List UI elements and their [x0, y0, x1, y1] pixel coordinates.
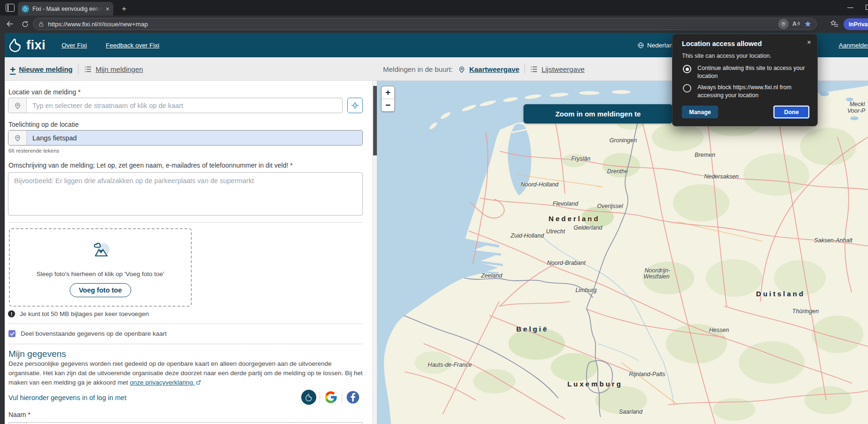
- inprivate-badge: InPrivate: [844, 18, 868, 30]
- radio-unselected-icon[interactable]: [683, 84, 691, 93]
- form-scrollbar[interactable]: [372, 81, 377, 424]
- divider: [78, 64, 78, 74]
- map-label: Luxemburg: [567, 380, 623, 388]
- form-scrollbar-thumb[interactable]: [373, 86, 377, 155]
- my-data-paragraph: Deze persoonlijke gegevens worden niet g…: [8, 359, 363, 387]
- info-icon: !: [8, 310, 15, 317]
- pin-icon: [8, 131, 27, 145]
- location-input[interactable]: [27, 98, 342, 113]
- window-minimize-button[interactable]: —: [847, 6, 853, 9]
- map-label: Noord-Holland: [521, 181, 559, 188]
- zoom-out-button[interactable]: −: [382, 99, 394, 111]
- tab-new-report[interactable]: + Nieuwe melding: [10, 64, 72, 74]
- tab-close-icon[interactable]: ×: [106, 6, 109, 12]
- name-input-wrap: [8, 422, 363, 424]
- refresh-button[interactable]: [20, 19, 30, 29]
- map-label: Saarland: [619, 409, 642, 415]
- map-label: Bremen: [695, 152, 715, 158]
- fixi-favicon-icon: [22, 5, 29, 13]
- map-label: Voor-P: [847, 108, 865, 114]
- tab-actions-icon[interactable]: [6, 4, 15, 12]
- description-label: Omschrijving van de melding; Let op, zet…: [8, 162, 293, 169]
- divider: [8, 222, 363, 223]
- location-note-input[interactable]: [27, 131, 362, 145]
- tab-my-reports[interactable]: Mijn meldingen: [84, 65, 143, 73]
- map-label: Gelderland: [573, 224, 602, 231]
- share-on-map-row: Deel bovenstaande gegevens op de openbar…: [8, 330, 167, 337]
- map-label: Saksen-Anhalt: [814, 237, 852, 244]
- upload-limit-row: ! Je kunt tot 50 MB bijlages per keer to…: [8, 310, 149, 317]
- share-checkbox[interactable]: [8, 330, 16, 337]
- url-text[interactable]: https://www.fixi.nl/#/issue/new+map: [48, 21, 774, 28]
- map-view-toggle[interactable]: Kaartweergave: [458, 65, 519, 73]
- facebook-login-icon[interactable]: [345, 390, 360, 405]
- map-graphic: [377, 81, 868, 424]
- map-label: Nederland: [548, 215, 600, 223]
- nearby-reports-label: Meldingen in de buurt:: [383, 65, 453, 73]
- map-label: Meckl: [850, 101, 865, 108]
- map-label: Hessen: [709, 327, 729, 333]
- nav-over-fixi[interactable]: Over Fixi: [62, 42, 87, 49]
- map-label: Thüringen: [792, 308, 819, 315]
- list-icon: [84, 65, 92, 73]
- new-tab-button[interactable]: +: [118, 3, 130, 15]
- block-option-label[interactable]: Always block https://www.fixi.nl from ac…: [697, 84, 813, 100]
- nav-feedback[interactable]: Feedback over Fixi: [106, 42, 159, 49]
- zoom-in-banner[interactable]: Zoom in om meldingen te: [524, 104, 673, 123]
- location-permission-icon[interactable]: [778, 19, 789, 29]
- location-input-wrap: [8, 98, 343, 113]
- favorites-list-icon[interactable]: [830, 20, 839, 28]
- privacy-link[interactable]: onze privacyverklaring.: [130, 379, 195, 386]
- map-canvas[interactable]: GroningenFryslânDrentheNoord-HollandFlev…: [377, 81, 868, 424]
- divider: [524, 64, 525, 74]
- check-icon: [10, 332, 15, 336]
- upload-limit-text: Je kunt tot 50 MB bijlages per keer toev…: [20, 310, 149, 317]
- map-label: Westfalen: [643, 273, 669, 280]
- manage-button[interactable]: Manage: [682, 106, 718, 118]
- window-maximize-icon[interactable]: [866, 5, 868, 10]
- browser-tabstrip: Fixi - Maak eenvoudig een meldin × + —: [0, 0, 868, 15]
- browser-tab[interactable]: Fixi - Maak eenvoudig een meldin ×: [18, 2, 113, 15]
- map-label: Drenthe: [607, 168, 628, 175]
- add-photo-button[interactable]: Voeg foto toe: [70, 283, 132, 297]
- map-label: Flevoland: [553, 200, 578, 207]
- photo-dropzone[interactable]: Sleep foto's hierheen of klik op 'Voeg f…: [9, 228, 192, 307]
- allow-option-label[interactable]: Continue allowing this site to access yo…: [697, 64, 813, 80]
- fixi-login-icon[interactable]: [301, 390, 316, 405]
- address-bar[interactable]: https://www.fixi.nl/#/issue/new+map A: [33, 18, 817, 30]
- back-button[interactable]: [5, 19, 15, 29]
- page-scroll-gutter: [0, 33, 5, 424]
- map-label: Zeeland: [481, 272, 502, 279]
- google-login-icon[interactable]: [323, 390, 338, 405]
- map-label: Nedersaksen: [704, 173, 739, 180]
- location-label: Locatie van de melding *: [8, 88, 80, 96]
- location-note-wrap: [8, 130, 363, 146]
- read-aloud-icon[interactable]: A: [792, 21, 800, 27]
- dialog-title: Location access allowed: [682, 40, 762, 47]
- radio-selected-icon[interactable]: [683, 65, 691, 73]
- favorite-star-icon[interactable]: [804, 20, 812, 28]
- photo-mountain-icon: [91, 240, 110, 258]
- name-label: Naam *: [8, 411, 31, 418]
- map-label: Groningen: [610, 137, 637, 144]
- signin-link[interactable]: Aanmelden: [839, 42, 868, 49]
- block-option-row: Always block https://www.fixi.nl from ac…: [683, 84, 813, 100]
- share-checkbox-label: Deel bovenstaande gegevens op de openbar…: [21, 330, 167, 337]
- done-button[interactable]: Done: [774, 106, 809, 118]
- chars-remaining: 66 resterende tekens: [8, 148, 59, 154]
- zoom-in-button[interactable]: +: [382, 86, 394, 99]
- map-label: Overijssel: [597, 203, 623, 209]
- map-label: België: [516, 325, 548, 333]
- use-my-location-button[interactable]: [347, 98, 363, 113]
- map-label: Duitsland: [756, 290, 805, 298]
- map-label: Hauts-de-France: [428, 362, 472, 368]
- list-view-toggle[interactable]: Lijstweergave: [530, 65, 585, 73]
- fixi-logo[interactable]: fixi: [8, 37, 46, 53]
- map-zoom-control: + −: [381, 86, 395, 112]
- map-label: Fryslân: [571, 155, 591, 162]
- description-textarea[interactable]: [8, 172, 363, 216]
- map-label: Noordrijn-: [645, 267, 671, 274]
- dialog-close-icon[interactable]: ×: [807, 38, 811, 46]
- map-label: Noord-Brabant: [547, 260, 586, 266]
- divider: [8, 344, 363, 344]
